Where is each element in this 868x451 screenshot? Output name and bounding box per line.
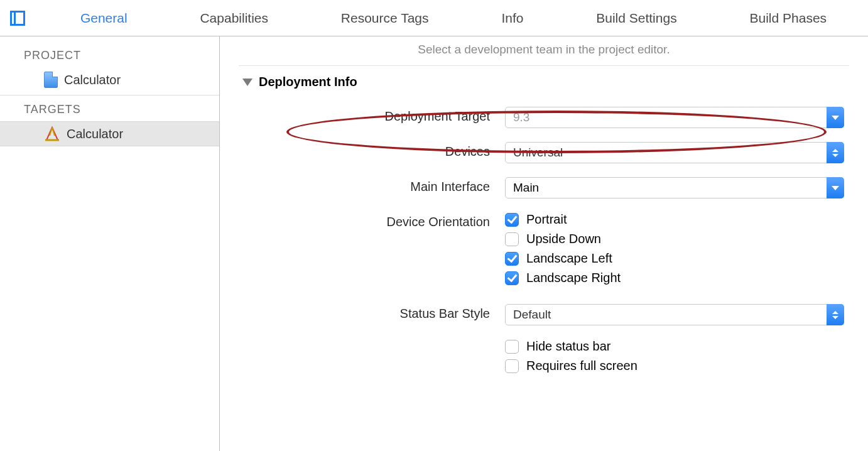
checkbox-row-portrait[interactable]: Portrait — [505, 212, 849, 227]
status-bar-style-value: Default — [513, 308, 551, 322]
tabs-container: General Capabilities Resource Tags Info … — [44, 11, 863, 26]
checkbox-portrait[interactable] — [505, 213, 519, 227]
checkbox-row-landscape-right[interactable]: Landscape Right — [505, 271, 849, 285]
arrow-up-icon — [832, 311, 838, 314]
checkbox-row-landscape-left[interactable]: Landscape Left — [505, 251, 849, 266]
sidebar-divider — [0, 95, 219, 95]
checkbox-label-upside-down: Upside Down — [526, 232, 601, 246]
section-title: Deployment Info — [259, 75, 357, 89]
checkbox-label-portrait: Portrait — [526, 212, 567, 227]
tab-info[interactable]: Info — [491, 11, 533, 26]
checkbox-upside-down[interactable] — [505, 232, 519, 246]
sidebar: PROJECT Calculator TARGETS Calculator — [0, 36, 220, 451]
field-main-interface: Main — [505, 177, 844, 198]
field-devices: Universal — [505, 142, 844, 163]
section-divider — [239, 65, 849, 66]
checkbox-label-landscape-right: Landscape Right — [526, 271, 621, 285]
tab-general[interactable]: General — [70, 11, 138, 26]
label-status-bar-style: Status Bar Style — [239, 304, 490, 321]
chevron-down-icon — [832, 186, 839, 190]
chevron-down-icon — [832, 116, 839, 120]
orientation-group: Portrait Upside Down Landscape Left Land… — [505, 212, 849, 290]
tab-build-settings[interactable]: Build Settings — [586, 11, 686, 26]
label-deployment-target: Deployment Target — [239, 107, 490, 124]
devices-value: Universal — [513, 146, 563, 160]
devices-stepper-button[interactable] — [827, 142, 844, 163]
disclosure-triangle-icon — [242, 79, 252, 86]
tab-resource-tags[interactable]: Resource Tags — [331, 11, 439, 26]
checkbox-label-hide-status-bar: Hide status bar — [526, 339, 611, 354]
checkbox-label-requires-full-screen: Requires full screen — [526, 359, 637, 373]
sidebar-target-label: Calculator — [67, 127, 123, 141]
checkbox-row-hide-status-bar[interactable]: Hide status bar — [505, 339, 849, 354]
devices-select[interactable]: Universal — [505, 142, 844, 163]
sidebar-project-label: Calculator — [64, 73, 121, 87]
tab-bar: General Capabilities Resource Tags Info … — [0, 0, 868, 36]
status-bar-style-stepper-button[interactable] — [827, 304, 844, 325]
tab-build-phases[interactable]: Build Phases — [739, 11, 837, 26]
sidebar-item-project[interactable]: Calculator — [0, 67, 219, 92]
checkbox-landscape-right[interactable] — [505, 271, 519, 285]
arrow-down-icon — [832, 154, 838, 157]
main-interface-combo[interactable]: Main — [505, 177, 844, 198]
label-main-interface: Main Interface — [239, 177, 490, 194]
field-deployment-target — [505, 107, 844, 128]
sidebar-heading-project: PROJECT — [0, 44, 219, 67]
label-device-orientation: Device Orientation — [239, 212, 490, 229]
status-bar-options-group: Hide status bar Requires full screen — [505, 339, 849, 378]
deployment-target-dropdown-button[interactable] — [827, 107, 844, 128]
main-interface-value: Main — [513, 181, 539, 195]
content-pane: Select a development team in the project… — [220, 36, 868, 451]
sidebar-heading-targets: TARGETS — [0, 98, 219, 121]
checkbox-hide-status-bar[interactable] — [505, 340, 519, 354]
deployment-target-input[interactable] — [513, 111, 818, 124]
project-icon — [44, 72, 58, 88]
field-status-bar-style: Default — [505, 304, 844, 325]
checkbox-row-requires-full-screen[interactable]: Requires full screen — [505, 359, 849, 373]
arrow-up-icon — [832, 149, 838, 152]
tab-capabilities[interactable]: Capabilities — [190, 11, 278, 26]
arrow-down-icon — [832, 316, 838, 319]
checkbox-label-landscape-left: Landscape Left — [526, 251, 612, 266]
deployment-target-combo[interactable] — [505, 107, 844, 128]
label-devices: Devices — [239, 142, 490, 159]
signing-hint: Select a development team in the project… — [239, 43, 849, 65]
checkbox-landscape-left[interactable] — [505, 252, 519, 266]
panel-toggle-icon[interactable] — [10, 11, 25, 26]
target-app-icon — [44, 126, 60, 142]
section-header-deployment-info[interactable]: Deployment Info — [239, 75, 849, 89]
main-area: PROJECT Calculator TARGETS Calculator Se… — [0, 36, 868, 451]
form-deployment-info: Deployment Target Devices Universal Main… — [239, 107, 849, 378]
main-interface-dropdown-button[interactable] — [827, 177, 844, 198]
sidebar-item-target[interactable]: Calculator — [0, 121, 219, 146]
checkbox-row-upside-down[interactable]: Upside Down — [505, 232, 849, 246]
status-bar-style-select[interactable]: Default — [505, 304, 844, 325]
checkbox-requires-full-screen[interactable] — [505, 359, 519, 373]
